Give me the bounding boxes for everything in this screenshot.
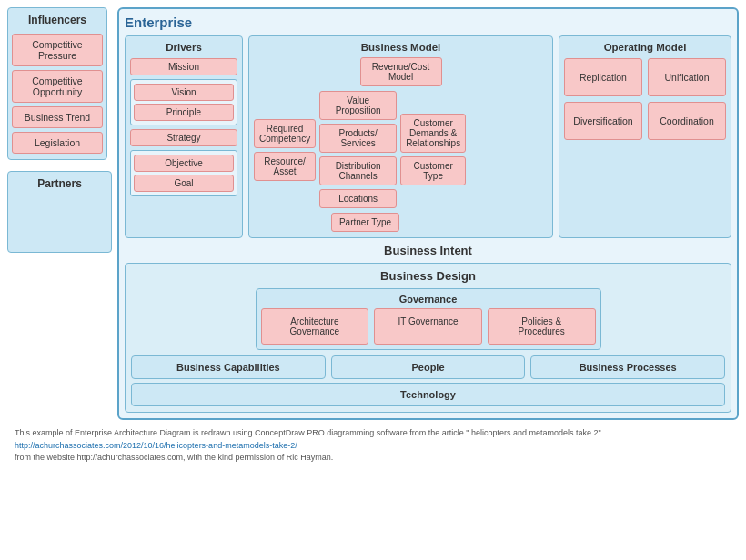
bm-revenue-cost: Revenue/CostModel [360, 57, 442, 86]
drivers-box: Drivers Mission Vision Principle Strateg… [125, 35, 243, 238]
gov-policies-procedures: Policies &Procedures [488, 308, 596, 345]
people-label: People [411, 362, 444, 373]
bm-partner-row: Partner Type [254, 213, 548, 232]
driver-goal: Goal [134, 175, 234, 192]
business-intent-label: Business Intent [125, 242, 731, 259]
bm-customer-type: CustomerType [400, 156, 466, 185]
inf-item-competitive-pressure: CompetitivePressure [12, 34, 103, 66]
bm-partner-type: Partner Type [331, 213, 399, 232]
bm-locations: Locations [319, 189, 397, 208]
bm-right-col: CustomerDemands &Relationships CustomerT… [400, 114, 466, 185]
business-design-box: Business Design Governance ArchitectureG… [125, 263, 731, 413]
enterprise-title: Enterprise [125, 15, 731, 30]
enterprise-box: Enterprise Drivers Mission Vision Princi… [117, 7, 739, 420]
technology-box: Technology [131, 383, 725, 406]
driver-principle: Principle [134, 104, 234, 121]
bm-mid-col: ValueProposition Products/Services Distr… [319, 91, 397, 208]
driver-mission: Mission [130, 58, 237, 75]
influencers-box: Influencers CompetitivePressure Competit… [7, 7, 107, 160]
driver-objective: Objective [134, 155, 234, 172]
driver-vision-group: Vision Principle [130, 79, 237, 125]
footer-link[interactable]: http://achurchassociates.com/2012/10/16/… [15, 441, 297, 450]
business-model-title: Business Model [254, 42, 548, 53]
om-replication: Replication [564, 58, 642, 96]
drivers-title: Drivers [130, 42, 237, 53]
bm-customer-demands: CustomerDemands &Relationships [400, 114, 466, 153]
business-processes-label: Business Processes [580, 362, 677, 373]
business-model-box: Business Model Revenue/CostModel Require… [248, 35, 553, 238]
gov-it-governance: IT Governance [374, 308, 482, 345]
business-design-title: Business Design [131, 269, 725, 283]
footer: This example of Enterprise Architecture … [7, 424, 739, 468]
business-capabilities-box: Business Capabilities [131, 355, 326, 379]
diagram-area: Influencers CompetitivePressure Competit… [7, 7, 739, 420]
governance-title: Governance [261, 294, 596, 305]
om-diversification: Diversification [564, 102, 642, 140]
driver-objective-group: Objective Goal [130, 150, 237, 196]
bm-main-grid: RequiredCompetency Resource/Asset ValueP… [254, 91, 548, 208]
people-box: People [331, 355, 526, 379]
bm-left-col: RequiredCompetency Resource/Asset [254, 119, 316, 181]
footer-text2: from the website http://achurchassociate… [15, 452, 731, 465]
om-coordination: Coordination [648, 102, 726, 140]
business-intent-row: Drivers Mission Vision Principle Strateg… [125, 35, 731, 238]
footer-text1: This example of Enterprise Architecture … [15, 427, 731, 440]
inf-item-competitive-opportunity: CompetitiveOpportunity [12, 70, 103, 103]
bm-products-services: Products/Services [319, 124, 397, 153]
partners-title: Partners [12, 177, 107, 190]
gov-items: ArchitectureGovernance IT Governance Pol… [261, 308, 596, 345]
operating-model-box: Operating Model Replication Unification … [559, 35, 731, 238]
bm-required-competency: RequiredCompetency [254, 119, 316, 148]
influencers-title: Influencers [12, 14, 103, 26]
gov-arch-governance: ArchitectureGovernance [261, 308, 369, 345]
om-unification: Unification [648, 58, 726, 96]
inf-item-legislation: Legislation [12, 132, 103, 154]
left-panel: Influencers CompetitivePressure Competit… [7, 7, 112, 420]
business-processes-box: Business Processes [530, 355, 725, 379]
bottom-row: Business Capabilities People Business Pr… [131, 355, 725, 379]
bm-distribution-channels: DistributionChannels [319, 156, 397, 185]
business-capabilities-label: Business Capabilities [176, 362, 280, 373]
om-grid: Replication Unification Diversification … [564, 58, 726, 140]
governance-box: Governance ArchitectureGovernance IT Gov… [256, 288, 601, 350]
operating-model-title: Operating Model [564, 42, 726, 53]
driver-vision: Vision [134, 84, 234, 101]
partners-box: Partners [7, 171, 112, 253]
bm-resource-asset: Resource/Asset [254, 152, 316, 181]
bm-value-proposition: ValueProposition [319, 91, 397, 120]
driver-strategy: Strategy [130, 129, 237, 146]
main-container: Influencers CompetitivePressure Competit… [0, 0, 746, 475]
technology-label: Technology [400, 389, 456, 400]
inf-item-business-trend: Business Trend [12, 106, 103, 128]
